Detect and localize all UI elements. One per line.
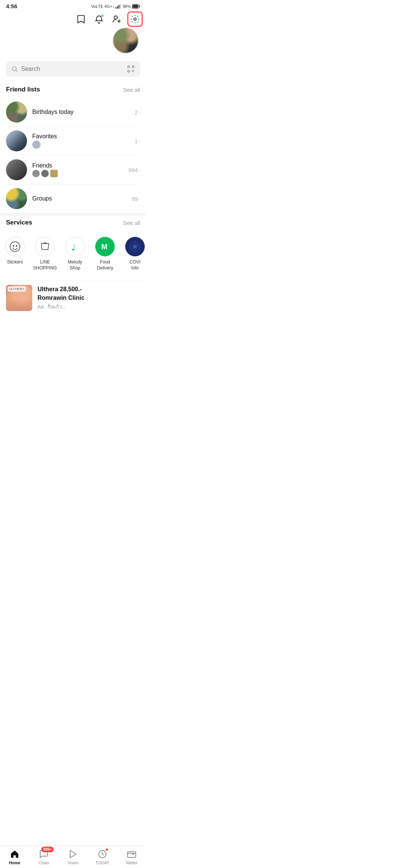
food-icon: M bbox=[99, 241, 111, 252]
svg-point-11 bbox=[12, 67, 16, 71]
friend-item-groups[interactable]: Groups 99 › bbox=[0, 184, 146, 213]
svg-rect-3 bbox=[120, 4, 121, 9]
shopping-icon bbox=[39, 241, 51, 253]
svg-rect-14 bbox=[132, 66, 134, 68]
services-grid: Stickers LINE SHOPPING ♩ Melody Shop bbox=[0, 231, 146, 280]
svg-text:M: M bbox=[101, 242, 108, 251]
birthday-count: 2 › bbox=[135, 109, 140, 115]
friends-avatar bbox=[6, 159, 27, 180]
status-bar: 4:56 VoLTE 4G+↓ 98% bbox=[0, 0, 146, 11]
shopping-label: LINE SHOPPING bbox=[33, 259, 57, 271]
signal-icon bbox=[116, 4, 122, 9]
divider-4 bbox=[0, 213, 146, 216]
svg-rect-2 bbox=[118, 5, 120, 9]
add-friend-icon bbox=[112, 14, 122, 24]
favorites-info: Favorites bbox=[32, 133, 129, 149]
shopping-icon-wrapper bbox=[35, 237, 55, 256]
settings-icon bbox=[130, 14, 140, 24]
add-friend-button[interactable] bbox=[112, 14, 122, 24]
favorites-count: 1 › bbox=[135, 138, 140, 144]
svg-line-12 bbox=[16, 70, 17, 72]
melody-icon: ♩ bbox=[70, 241, 80, 253]
favorites-name: Favorites bbox=[32, 133, 129, 140]
svg-rect-15 bbox=[128, 70, 130, 72]
svg-point-20 bbox=[10, 242, 20, 251]
groups-count: 99 › bbox=[132, 196, 140, 202]
avatar-image bbox=[113, 28, 138, 53]
svg-point-10 bbox=[134, 18, 136, 21]
svg-rect-13 bbox=[128, 66, 130, 68]
svg-rect-1 bbox=[117, 6, 118, 9]
ad-title: Ulthera 28,500.-Romrawin Clinic bbox=[38, 285, 84, 302]
service-food[interactable]: M Food Delivery bbox=[90, 234, 120, 274]
ad-banner[interactable]: ULTHERA Ulthera 28,500.-Romrawin Clinic … bbox=[0, 280, 146, 316]
svg-rect-0 bbox=[116, 7, 117, 9]
status-right: VoLTE 4G+↓ 98% bbox=[91, 4, 140, 9]
search-icon bbox=[11, 66, 18, 72]
sticker-icon bbox=[9, 241, 21, 252]
friend-lists-title: Friend lists bbox=[6, 86, 40, 93]
groups-info: Groups bbox=[32, 195, 126, 202]
covid-icon bbox=[129, 241, 141, 252]
service-melody[interactable]: ♩ Melody Shop bbox=[60, 234, 90, 274]
ad-thumbnail: ULTHERA bbox=[6, 285, 32, 311]
melody-icon-wrapper: ♩ bbox=[65, 237, 85, 256]
chevron-icon: › bbox=[138, 138, 140, 144]
service-shopping[interactable]: LINE SHOPPING bbox=[30, 234, 60, 274]
chevron-icon: › bbox=[138, 196, 140, 202]
time: 4:56 bbox=[6, 3, 17, 9]
svg-point-21 bbox=[13, 245, 14, 247]
friend-item-friends[interactable]: Friends 994 › bbox=[0, 156, 146, 184]
search-bar[interactable] bbox=[6, 61, 140, 77]
friend-item-favorites[interactable]: Favorites 1 › bbox=[0, 127, 146, 155]
stickers-label: Stickers bbox=[7, 259, 23, 265]
notification-button[interactable] bbox=[94, 14, 104, 24]
search-input[interactable] bbox=[21, 66, 124, 72]
ad-thumb-label: ULTHERA bbox=[8, 286, 26, 292]
friend-lists-header: Friend lists See all bbox=[0, 83, 146, 98]
ad-text-content: Ulthera 28,500.-Romrawin Clinic Ad · กิ่… bbox=[38, 285, 84, 311]
friends-count: 994 › bbox=[128, 167, 140, 173]
ad-subtitle: Ad · กิ่งแก้ว... bbox=[38, 303, 84, 311]
scan-button[interactable] bbox=[127, 65, 135, 73]
friend-item-birthdays[interactable]: Birthdays today 2 › bbox=[0, 98, 146, 126]
settings-button[interactable] bbox=[130, 14, 140, 24]
service-stickers[interactable]: Stickers bbox=[0, 234, 30, 274]
chevron-icon: › bbox=[138, 109, 140, 115]
birthday-info: Birthdays today bbox=[32, 109, 129, 115]
sub-avatar-2 bbox=[32, 170, 40, 177]
service-covid[interactable]: COVI Info bbox=[120, 234, 146, 274]
favorites-avatar bbox=[6, 130, 27, 151]
bookmark-button[interactable] bbox=[76, 14, 86, 24]
svg-point-7 bbox=[114, 16, 117, 19]
sub-avatar-3 bbox=[41, 170, 49, 177]
avatar[interactable] bbox=[112, 27, 139, 54]
services-see-all[interactable]: See all bbox=[123, 220, 140, 226]
services-title: Services bbox=[6, 219, 32, 226]
svg-point-22 bbox=[16, 245, 17, 247]
friends-info: Friends bbox=[32, 162, 123, 177]
food-label: Food Delivery bbox=[97, 259, 113, 271]
covid-label: COVI Info bbox=[129, 259, 140, 271]
svg-rect-6 bbox=[133, 4, 138, 8]
status-icons: VoLTE 4G+↓ 98% bbox=[91, 4, 140, 9]
notification-dot bbox=[101, 14, 104, 17]
svg-rect-5 bbox=[139, 5, 140, 7]
melody-label: Melody Shop bbox=[68, 259, 82, 271]
bookmark-icon bbox=[76, 14, 86, 24]
covid-icon-wrapper bbox=[125, 237, 145, 256]
birthday-name: Birthdays today bbox=[32, 109, 129, 115]
sub-avatar-4 bbox=[50, 170, 58, 177]
svg-point-27 bbox=[134, 245, 136, 248]
groups-name: Groups bbox=[32, 195, 126, 202]
svg-text:♩: ♩ bbox=[71, 242, 75, 252]
sticker-icon-wrapper bbox=[5, 237, 25, 256]
friends-sub-avatars bbox=[32, 170, 123, 177]
services-header: Services See all bbox=[0, 216, 146, 231]
favorites-sub-avatars bbox=[32, 141, 129, 149]
scan-icon bbox=[127, 65, 135, 73]
friends-name: Friends bbox=[32, 162, 123, 169]
top-icons-row bbox=[0, 11, 146, 26]
friend-lists-see-all[interactable]: See all bbox=[123, 87, 140, 93]
groups-avatar bbox=[6, 188, 27, 209]
